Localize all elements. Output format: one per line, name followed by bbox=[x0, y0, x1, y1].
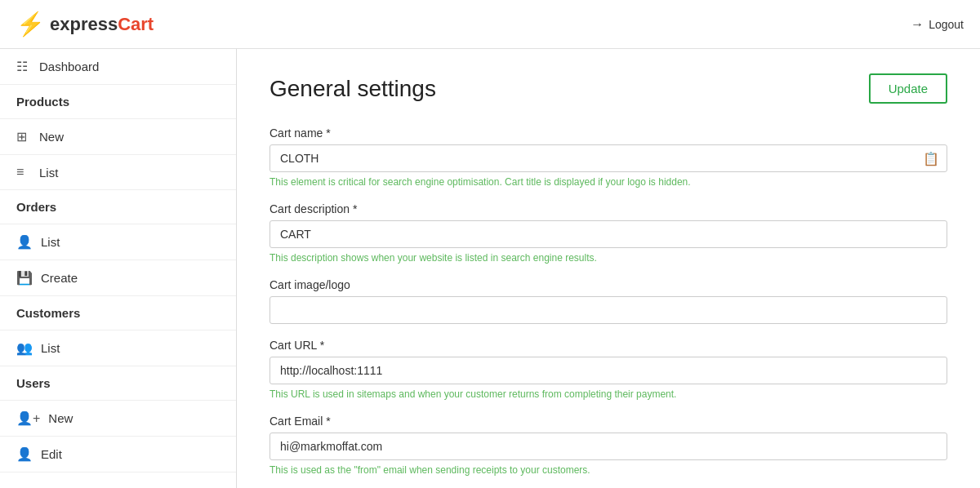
sidebar-orders-header: Orders bbox=[0, 190, 236, 224]
user-edit-icon: 👤 bbox=[16, 446, 33, 462]
list-icon: ≡ bbox=[16, 165, 31, 180]
cart-description-group: Cart description * This description show… bbox=[270, 202, 947, 264]
cart-url-group: Cart URL * This URL is used in sitemaps … bbox=[270, 339, 947, 400]
sidebar-dashboard-label: Dashboard bbox=[39, 60, 99, 73]
content-area: General settings Update Cart name * 📋 Th… bbox=[237, 49, 980, 488]
cart-name-input[interactable] bbox=[270, 144, 947, 172]
cart-image-input[interactable] bbox=[270, 296, 947, 324]
cart-description-input[interactable] bbox=[270, 220, 947, 248]
cart-email-input[interactable] bbox=[270, 433, 947, 460]
cart-email-group: Cart Email * This is used as the "from" … bbox=[270, 415, 947, 476]
content-header: General settings Update bbox=[270, 73, 947, 104]
sidebar-item-orders-create[interactable]: 💾 Create bbox=[0, 260, 236, 296]
cart-email-label: Cart Email * bbox=[270, 415, 947, 428]
sidebar-users-header: Users bbox=[0, 366, 236, 401]
navbar: ⚡ expressCart → Logout bbox=[0, 0, 980, 49]
cart-image-label: Cart image/logo bbox=[270, 278, 947, 291]
cart-description-hint: This description shows when your website… bbox=[270, 252, 947, 264]
sidebar-customers-list-label: List bbox=[41, 341, 60, 355]
sidebar-item-products-new[interactable]: ⊞ New bbox=[0, 119, 236, 155]
page-title: General settings bbox=[270, 76, 436, 102]
logout-label: Logout bbox=[929, 18, 964, 31]
main-layout: ☷ Dashboard Products ⊞ New ≡ List Orders… bbox=[0, 49, 980, 488]
sidebar-customers-header: Customers bbox=[0, 296, 236, 331]
cart-url-hint: This URL is used in sitemaps and when yo… bbox=[270, 388, 947, 400]
brand-logo[interactable]: ⚡ expressCart bbox=[16, 13, 154, 36]
sidebar-item-products-list[interactable]: ≡ List bbox=[0, 155, 236, 190]
cart-email-hint: This is used as the "from" email when se… bbox=[270, 464, 947, 476]
cart-url-input[interactable] bbox=[270, 357, 947, 384]
update-button[interactable]: Update bbox=[869, 73, 947, 104]
create-icon: 💾 bbox=[16, 270, 33, 286]
cart-description-label: Cart description * bbox=[270, 202, 947, 215]
sidebar-item-orders-list[interactable]: 👤 List bbox=[0, 224, 236, 260]
cart-image-group: Cart image/logo bbox=[270, 278, 947, 324]
dashboard-icon: ☷ bbox=[16, 59, 31, 74]
sidebar-item-users-new[interactable]: 👤+ New bbox=[0, 401, 236, 437]
brand-name: expressCart bbox=[50, 14, 154, 35]
brand-cart: Cart bbox=[118, 14, 154, 34]
customers-icon: 👥 bbox=[16, 340, 33, 356]
cart-url-label: Cart URL * bbox=[270, 339, 947, 352]
brand-icon: ⚡ bbox=[16, 13, 45, 36]
sidebar: ☷ Dashboard Products ⊞ New ≡ List Orders… bbox=[0, 49, 237, 488]
plus-icon: ⊞ bbox=[16, 129, 31, 144]
sidebar-item-customers-list[interactable]: 👥 List bbox=[0, 331, 236, 366]
logout-icon: → bbox=[911, 17, 924, 32]
sidebar-users-edit-label: Edit bbox=[41, 447, 62, 461]
cart-name-input-wrapper: 📋 bbox=[270, 144, 947, 172]
copy-icon: 📋 bbox=[923, 151, 939, 166]
sidebar-users-new-label: New bbox=[48, 411, 73, 425]
cart-name-group: Cart name * 📋 This element is critical f… bbox=[270, 126, 947, 188]
cart-name-hint: This element is critical for search engi… bbox=[270, 176, 947, 188]
sidebar-products-list-label: List bbox=[39, 166, 58, 180]
sidebar-item-users-edit[interactable]: 👤 Edit bbox=[0, 437, 236, 472]
sidebar-products-header: Products bbox=[0, 85, 236, 119]
user-plus-icon: 👤+ bbox=[16, 410, 40, 426]
sidebar-item-dashboard[interactable]: ☷ Dashboard bbox=[0, 49, 236, 85]
sidebar-orders-create-label: Create bbox=[41, 271, 78, 285]
orders-list-icon: 👤 bbox=[16, 234, 33, 250]
brand-express: express bbox=[50, 14, 118, 34]
cart-name-label: Cart name * bbox=[270, 126, 947, 140]
logout-button[interactable]: → Logout bbox=[911, 17, 964, 32]
sidebar-products-new-label: New bbox=[39, 130, 64, 144]
sidebar-orders-list-label: List bbox=[41, 235, 60, 249]
